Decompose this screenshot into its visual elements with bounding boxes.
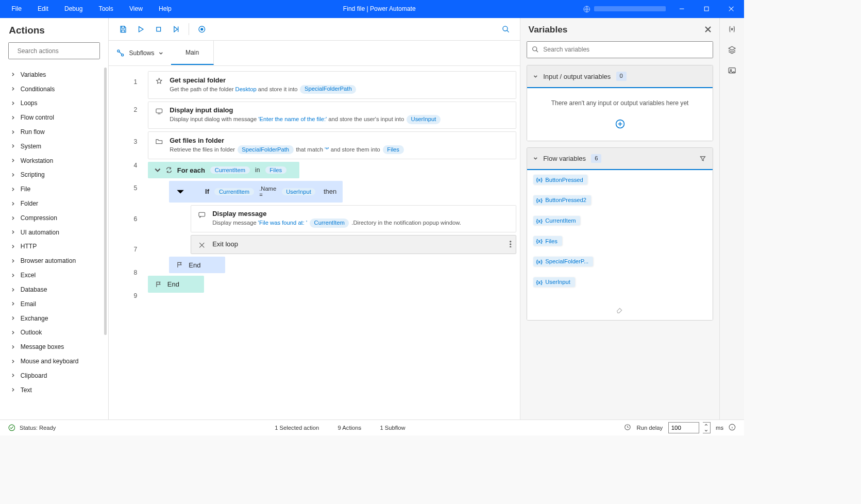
- rail-variables-icon[interactable]: [728, 25, 736, 33]
- tab-main[interactable]: Main: [171, 41, 213, 65]
- actions-tree[interactable]: VariablesConditionalsLoopsFlow controlRu…: [0, 68, 108, 419]
- step-foreach-header[interactable]: For each CurrentItem in Files: [148, 162, 299, 178]
- if-prop: .Name =: [259, 186, 276, 198]
- variables-search-input[interactable]: [543, 46, 708, 53]
- action-group-mouse-and-keyboard[interactable]: Mouse and keyboard: [0, 354, 108, 368]
- action-group-text[interactable]: Text: [0, 383, 108, 397]
- action-group-compression[interactable]: Compression: [0, 211, 108, 225]
- flow-variable[interactable]: {x}ButtonPressed: [533, 175, 706, 191]
- message-icon: [197, 210, 206, 227]
- variable-chip[interactable]: {x}UserInput: [533, 277, 575, 287]
- action-group-run-flow[interactable]: Run flow: [0, 125, 108, 139]
- add-io-variable-button[interactable]: [527, 111, 713, 141]
- stop-button[interactable]: [150, 21, 166, 37]
- close-button[interactable]: [719, 0, 744, 18]
- actions-search[interactable]: [8, 42, 100, 59]
- step-if-end[interactable]: End: [169, 257, 225, 273]
- record-button[interactable]: [194, 21, 210, 37]
- step-get-files-in-folder[interactable]: Get files in folder Retrieve the files i…: [148, 131, 516, 159]
- action-group-label: Variables: [21, 71, 46, 78]
- scrollbar[interactable]: [104, 68, 107, 335]
- action-group-system[interactable]: System: [0, 139, 108, 154]
- chevron-right-icon: [11, 72, 15, 77]
- step-title: End: [189, 261, 200, 269]
- variable-chip[interactable]: {x}Files: [533, 236, 562, 246]
- chevron-right-icon: [11, 130, 15, 135]
- action-group-workstation[interactable]: Workstation: [0, 154, 108, 168]
- flow-search-button[interactable]: [498, 21, 514, 37]
- delay-down[interactable]: [703, 428, 710, 433]
- flow-canvas[interactable]: Get special folder Get the path of the f…: [148, 66, 520, 419]
- menu-file[interactable]: File: [4, 2, 30, 17]
- menu-tools[interactable]: Tools: [91, 2, 121, 17]
- menu-help[interactable]: Help: [150, 2, 179, 17]
- run-button[interactable]: [132, 21, 148, 37]
- chevron-down-icon[interactable]: [175, 187, 185, 197]
- action-group-message-boxes[interactable]: Message boxes: [0, 340, 108, 354]
- step-get-special-folder[interactable]: Get special folder Get the path of the f…: [148, 71, 516, 98]
- chevron-right-icon: [11, 301, 15, 306]
- variables-close-button[interactable]: [705, 26, 711, 32]
- action-group-conditionals[interactable]: Conditionals: [0, 82, 108, 96]
- step-exit-loop[interactable]: Exit loop: [191, 235, 516, 254]
- action-group-http[interactable]: HTTP: [0, 240, 108, 254]
- action-group-outlook[interactable]: Outlook: [0, 325, 108, 340]
- actions-search-input[interactable]: [18, 47, 95, 55]
- run-delay-control[interactable]: [668, 422, 711, 433]
- menu-debug[interactable]: Debug: [56, 2, 91, 17]
- info-icon[interactable]: [729, 424, 736, 432]
- action-group-exchange[interactable]: Exchange: [0, 311, 108, 326]
- action-group-file[interactable]: File: [0, 182, 108, 196]
- action-group-scripting[interactable]: Scripting: [0, 168, 108, 182]
- variable-chip[interactable]: {x}CurrentItem: [533, 216, 580, 226]
- environment-indicator[interactable]: [579, 5, 669, 13]
- flow-variable[interactable]: {x}SpecialFolderP...: [533, 257, 706, 273]
- variables-search[interactable]: [527, 41, 713, 58]
- action-group-variables[interactable]: Variables: [0, 68, 108, 82]
- step-foreach-end[interactable]: End: [148, 276, 204, 292]
- flow-variable[interactable]: {x}ButtonPressed2: [533, 195, 706, 211]
- step-more-menu[interactable]: [510, 241, 511, 249]
- actions-pane: Actions VariablesConditionalsLoopsFlow c…: [0, 18, 109, 419]
- io-variables-header[interactable]: Input / output variables 0: [527, 65, 713, 88]
- variable-chip[interactable]: {x}ButtonPressed2: [533, 195, 591, 205]
- chevron-down-icon[interactable]: [154, 166, 161, 174]
- variable-chip[interactable]: {x}ButtonPressed: [533, 175, 587, 184]
- step-if-header[interactable]: If CurrentItem .Name = UserInput then: [169, 181, 343, 202]
- subflows-dropdown[interactable]: Subflows: [109, 41, 172, 65]
- run-delay-input[interactable]: [668, 422, 699, 433]
- run-next-button[interactable]: [168, 21, 184, 37]
- flow-variable[interactable]: {x}UserInput: [533, 277, 706, 293]
- action-group-database[interactable]: Database: [0, 282, 108, 297]
- action-group-browser-automation[interactable]: Browser automation: [0, 254, 108, 268]
- rail-layers-icon[interactable]: [728, 45, 736, 54]
- action-group-loops[interactable]: Loops: [0, 96, 108, 110]
- flow-variables-header[interactable]: Flow variables 6: [527, 148, 713, 170]
- delay-up[interactable]: [703, 423, 710, 428]
- step-display-message[interactable]: Display message Display message 'File wa…: [191, 205, 516, 232]
- flow-variable[interactable]: {x}Files: [533, 236, 706, 252]
- action-group-email[interactable]: Email: [0, 297, 108, 311]
- step-description: Display message 'File was found at: ' Cu…: [212, 219, 461, 227]
- rail-images-icon[interactable]: [728, 66, 736, 75]
- if-left: CurrentItem: [214, 188, 254, 195]
- flow-variable[interactable]: {x}CurrentItem: [533, 216, 706, 232]
- action-group-clipboard[interactable]: Clipboard: [0, 368, 108, 383]
- minimize-button[interactable]: [669, 0, 694, 18]
- action-group-flow-control[interactable]: Flow control: [0, 110, 108, 125]
- chevron-right-icon: [11, 158, 15, 163]
- variable-name: SpecialFolderP...: [545, 258, 588, 264]
- action-group-ui-automation[interactable]: UI automation: [0, 225, 108, 240]
- action-group-folder[interactable]: Folder: [0, 196, 108, 211]
- maximize-button[interactable]: [694, 0, 719, 18]
- menu-edit[interactable]: Edit: [29, 2, 56, 17]
- clear-variables-button[interactable]: [527, 302, 713, 320]
- step-description: Get the path of the folder Desktop and s…: [170, 85, 357, 94]
- variable-chip[interactable]: {x}SpecialFolderP...: [533, 257, 593, 266]
- step-display-input-dialog[interactable]: Display input dialog Display input dialo…: [148, 102, 516, 129]
- save-button[interactable]: [115, 21, 131, 37]
- step-keyword-in: in: [255, 166, 260, 174]
- filter-button[interactable]: [699, 155, 706, 162]
- action-group-excel[interactable]: Excel: [0, 268, 108, 282]
- menu-view[interactable]: View: [121, 2, 150, 17]
